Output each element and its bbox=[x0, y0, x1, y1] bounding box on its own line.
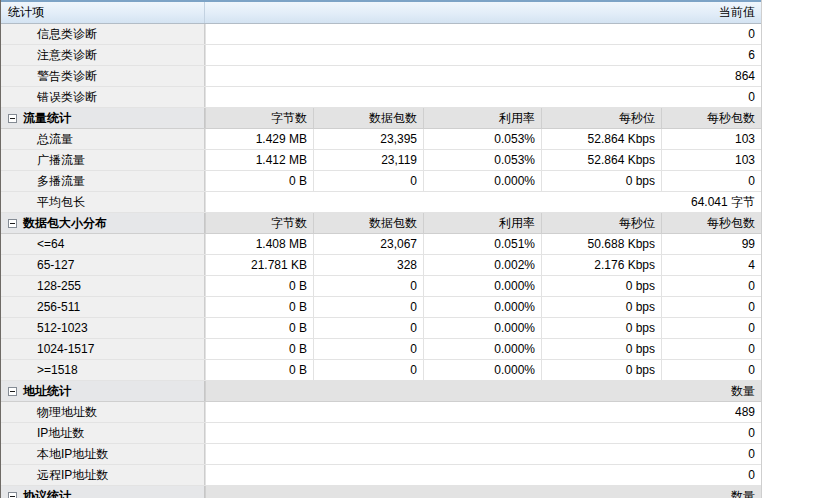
cell-size-le-64-utilization: 0.051% bbox=[423, 234, 541, 254]
cell-size-128-255-packets: 0 bbox=[313, 276, 423, 296]
stat-row-total-traffic[interactable]: 总流量1.429 MB23,3950.053%52.864 Kbps103 bbox=[1, 129, 761, 150]
stat-row-size-512-1023[interactable]: 512-10230 B00.000%0 bps0 bbox=[1, 318, 761, 339]
cell-size-1024-1517-utilization: 0.000% bbox=[423, 339, 541, 359]
cell-size-256-511-utilization: 0.000% bbox=[423, 297, 541, 317]
column-header-packets-per-second[interactable]: 每秒包数 bbox=[661, 213, 761, 233]
value-cell-info-diagnosis: 0 bbox=[205, 24, 761, 44]
cell-size-65-127-bits-per-second: 2.176 Kbps bbox=[541, 255, 661, 275]
stat-row-ip-address-count[interactable]: IP地址数0 bbox=[1, 423, 761, 444]
column-header-bytes[interactable]: 字节数 bbox=[205, 213, 313, 233]
row-label-protocol-statistics: 协议统计 bbox=[1, 486, 205, 498]
collapse-minus-icon[interactable] bbox=[8, 492, 17, 498]
stat-row-size-256-511[interactable]: 256-5110 B00.000%0 bps0 bbox=[1, 297, 761, 318]
stat-row-info-diagnosis[interactable]: 信息类诊断0 bbox=[1, 24, 761, 45]
section-row-packet-size-distribution[interactable]: 数据包大小分布字节数数据包数利用率每秒位每秒包数 bbox=[1, 213, 761, 234]
row-label-traffic-statistics: 流量统计 bbox=[1, 108, 205, 128]
value-cell-average-packet-length: 64.041 字节 bbox=[205, 192, 761, 212]
value-cell-remote-ip-address-count: 0 bbox=[205, 465, 761, 485]
cell-size-65-127-packets: 328 bbox=[313, 255, 423, 275]
collapse-minus-icon[interactable] bbox=[8, 387, 17, 396]
row-label-average-packet-length: 平均包长 bbox=[1, 192, 205, 212]
stat-row-size-ge-1518[interactable]: >=15180 B00.000%0 bps0 bbox=[1, 360, 761, 381]
column-header-statistic-item[interactable]: 统计项 bbox=[1, 2, 205, 23]
row-label-notice-diagnosis: 注意类诊断 bbox=[1, 45, 205, 65]
column-header-bits-per-second[interactable]: 每秒位 bbox=[541, 108, 661, 128]
cell-size-128-255-bytes: 0 B bbox=[205, 276, 313, 296]
cell-size-512-1023-packets: 0 bbox=[313, 318, 423, 338]
cell-size-65-127-packets-per-second: 4 bbox=[661, 255, 761, 275]
row-label-error-diagnosis: 错误类诊断 bbox=[1, 87, 205, 107]
column-header-utilization[interactable]: 利用率 bbox=[423, 213, 541, 233]
cell-multicast-traffic-packets: 0 bbox=[313, 171, 423, 191]
row-label-size-256-511: 256-511 bbox=[1, 297, 205, 317]
cell-size-512-1023-packets-per-second: 0 bbox=[661, 318, 761, 338]
cell-size-ge-1518-bits-per-second: 0 bps bbox=[541, 360, 661, 380]
cell-total-traffic-bytes: 1.429 MB bbox=[205, 129, 313, 149]
cell-size-256-511-bits-per-second: 0 bps bbox=[541, 297, 661, 317]
stat-row-warning-diagnosis[interactable]: 警告类诊断864 bbox=[1, 66, 761, 87]
stat-row-error-diagnosis[interactable]: 错误类诊断0 bbox=[1, 87, 761, 108]
column-header-count[interactable]: 数量 bbox=[205, 486, 761, 498]
cell-size-128-255-utilization: 0.000% bbox=[423, 276, 541, 296]
collapse-minus-icon[interactable] bbox=[8, 114, 17, 123]
cell-size-512-1023-bytes: 0 B bbox=[205, 318, 313, 338]
cell-size-1024-1517-packets-per-second: 0 bbox=[661, 339, 761, 359]
row-label-address-statistics: 地址统计 bbox=[1, 381, 205, 401]
statistics-pane: 统计项 当前值 信息类诊断0注意类诊断6警告类诊断864错误类诊断0流量统计字节… bbox=[0, 0, 833, 498]
collapse-minus-icon[interactable] bbox=[8, 219, 17, 228]
cell-multicast-traffic-bytes: 0 B bbox=[205, 171, 313, 191]
column-header-packets[interactable]: 数据包数 bbox=[313, 213, 423, 233]
column-header-packets-per-second[interactable]: 每秒包数 bbox=[661, 108, 761, 128]
column-header-bytes[interactable]: 字节数 bbox=[205, 108, 313, 128]
column-header-count[interactable]: 数量 bbox=[205, 381, 761, 401]
cell-broadcast-traffic-bits-per-second: 52.864 Kbps bbox=[541, 150, 661, 170]
stat-row-broadcast-traffic[interactable]: 广播流量1.412 MB23,1190.053%52.864 Kbps103 bbox=[1, 150, 761, 171]
stat-row-size-le-64[interactable]: <=641.408 MB23,0670.051%50.688 Kbps99 bbox=[1, 234, 761, 255]
cell-broadcast-traffic-packets-per-second: 103 bbox=[661, 150, 761, 170]
cell-multicast-traffic-utilization: 0.000% bbox=[423, 171, 541, 191]
row-label-size-65-127: 65-127 bbox=[1, 255, 205, 275]
row-label-multicast-traffic: 多播流量 bbox=[1, 171, 205, 191]
cell-broadcast-traffic-utilization: 0.053% bbox=[423, 150, 541, 170]
cell-size-ge-1518-packets-per-second: 0 bbox=[661, 360, 761, 380]
cell-size-le-64-bits-per-second: 50.688 Kbps bbox=[541, 234, 661, 254]
row-label-broadcast-traffic: 广播流量 bbox=[1, 150, 205, 170]
stat-row-notice-diagnosis[interactable]: 注意类诊断6 bbox=[1, 45, 761, 66]
statistics-table: 统计项 当前值 信息类诊断0注意类诊断6警告类诊断864错误类诊断0流量统计字节… bbox=[0, 0, 762, 498]
cell-size-128-255-bits-per-second: 0 bps bbox=[541, 276, 661, 296]
cell-multicast-traffic-bits-per-second: 0 bps bbox=[541, 171, 661, 191]
cell-multicast-traffic-packets-per-second: 0 bbox=[661, 171, 761, 191]
cell-broadcast-traffic-packets: 23,119 bbox=[313, 150, 423, 170]
cell-size-1024-1517-packets: 0 bbox=[313, 339, 423, 359]
stat-row-multicast-traffic[interactable]: 多播流量0 B00.000%0 bps0 bbox=[1, 171, 761, 192]
stat-row-size-1024-1517[interactable]: 1024-15170 B00.000%0 bps0 bbox=[1, 339, 761, 360]
cell-size-le-64-bytes: 1.408 MB bbox=[205, 234, 313, 254]
stat-row-size-128-255[interactable]: 128-2550 B00.000%0 bps0 bbox=[1, 276, 761, 297]
column-header-bits-per-second[interactable]: 每秒位 bbox=[541, 213, 661, 233]
section-row-protocol-statistics[interactable]: 协议统计数量 bbox=[1, 486, 761, 498]
cell-size-ge-1518-packets: 0 bbox=[313, 360, 423, 380]
cell-size-256-511-bytes: 0 B bbox=[205, 297, 313, 317]
cell-total-traffic-bits-per-second: 52.864 Kbps bbox=[541, 129, 661, 149]
stat-row-average-packet-length[interactable]: 平均包长64.041 字节 bbox=[1, 192, 761, 213]
cell-broadcast-traffic-bytes: 1.412 MB bbox=[205, 150, 313, 170]
section-row-address-statistics[interactable]: 地址统计数量 bbox=[1, 381, 761, 402]
table-header-row: 统计项 当前值 bbox=[1, 0, 761, 24]
cell-size-1024-1517-bits-per-second: 0 bps bbox=[541, 339, 661, 359]
stat-row-physical-address-count[interactable]: 物理地址数489 bbox=[1, 402, 761, 423]
stat-row-size-65-127[interactable]: 65-12721.781 KB3280.002%2.176 Kbps4 bbox=[1, 255, 761, 276]
stat-row-local-ip-address-count[interactable]: 本地IP地址数0 bbox=[1, 444, 761, 465]
column-header-current-value[interactable]: 当前值 bbox=[205, 2, 761, 23]
cell-size-256-511-packets: 0 bbox=[313, 297, 423, 317]
cell-size-65-127-utilization: 0.002% bbox=[423, 255, 541, 275]
column-header-packets[interactable]: 数据包数 bbox=[313, 108, 423, 128]
cell-total-traffic-packets: 23,395 bbox=[313, 129, 423, 149]
column-header-utilization[interactable]: 利用率 bbox=[423, 108, 541, 128]
row-label-size-1024-1517: 1024-1517 bbox=[1, 339, 205, 359]
cell-size-128-255-packets-per-second: 0 bbox=[661, 276, 761, 296]
row-label-size-128-255: 128-255 bbox=[1, 276, 205, 296]
value-cell-error-diagnosis: 0 bbox=[205, 87, 761, 107]
section-row-traffic-statistics[interactable]: 流量统计字节数数据包数利用率每秒位每秒包数 bbox=[1, 108, 761, 129]
stat-row-remote-ip-address-count[interactable]: 远程IP地址数0 bbox=[1, 465, 761, 486]
cell-size-512-1023-utilization: 0.000% bbox=[423, 318, 541, 338]
